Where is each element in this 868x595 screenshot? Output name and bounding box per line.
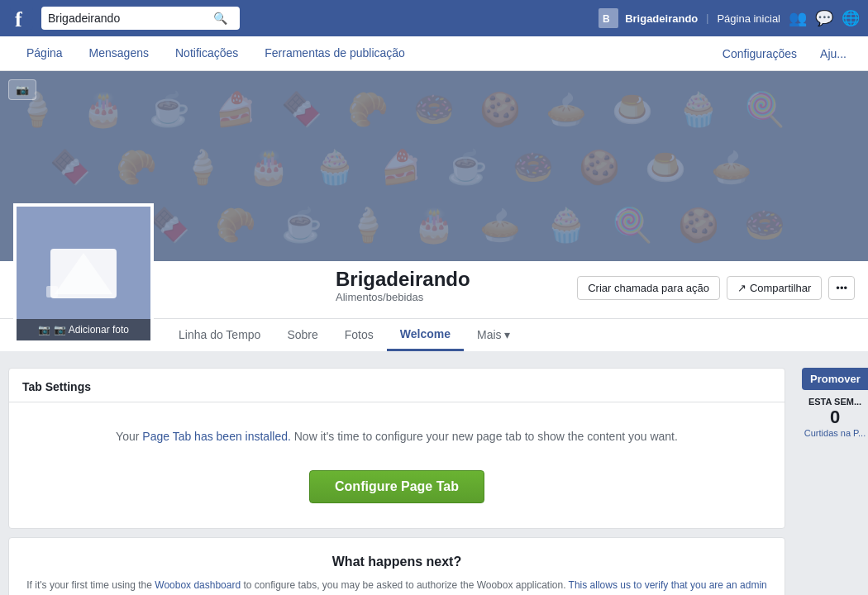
svg-text:🍩: 🍩: [513, 147, 554, 187]
svg-text:🥧: 🥧: [546, 89, 587, 129]
search-icon[interactable]: 🔍: [213, 12, 227, 25]
nav-item-messages[interactable]: Mensagens: [76, 36, 162, 71]
svg-text:🍮: 🍮: [645, 147, 686, 187]
svg-text:☕: ☕: [446, 147, 488, 187]
promote-button[interactable]: Promover: [802, 368, 868, 390]
what-happens-title: What happens next?: [26, 555, 768, 569]
page-category: Alimentos/bebidas: [336, 291, 577, 303]
tab-about[interactable]: Sobre: [274, 320, 331, 351]
messages-icon[interactable]: 💬: [815, 9, 833, 27]
what-happens-prefix: If it's your first time using the: [26, 579, 155, 591]
add-photo-overlay: 📷 📷 Adicionar foto: [17, 319, 150, 340]
install-message-link: Page Tab has been installed.: [142, 430, 291, 443]
nav-item-notifications[interactable]: Notificações: [162, 36, 251, 71]
nav-page-name: Brigadeirando: [625, 12, 698, 25]
svg-text:🍦: 🍦: [182, 147, 223, 187]
svg-text:🎂: 🎂: [248, 147, 289, 187]
svg-text:🍪: 🍪: [579, 147, 620, 187]
search-input[interactable]: [48, 12, 213, 25]
nav-home-link[interactable]: Página inicial: [717, 12, 780, 25]
svg-text:🍫: 🍫: [50, 147, 91, 187]
add-photo-label: 📷 Adicionar foto: [54, 324, 129, 336]
tab-settings-header: Tab Settings: [9, 369, 785, 402]
svg-text:🎂: 🎂: [413, 205, 455, 245]
svg-text:🍰: 🍰: [215, 89, 256, 129]
svg-text:🥐: 🥐: [116, 147, 157, 187]
curtidas-label: Curtidas na P...: [802, 428, 868, 438]
svg-text:🧁: 🧁: [546, 205, 587, 245]
configure-page-tab-button[interactable]: Configure Page Tab: [309, 470, 484, 503]
what-happens-mid: to configure tabs, you may be asked to a…: [241, 579, 568, 591]
svg-rect-41: [46, 286, 58, 298]
nav-page-info: B Brigadeirando: [599, 8, 698, 28]
page-name: Brigadeirando: [336, 268, 577, 291]
svg-text:🧁: 🧁: [314, 147, 355, 187]
facebook-logo: f: [8, 5, 35, 31]
tab-more[interactable]: Mais ▾: [464, 320, 523, 351]
svg-text:🍰: 🍰: [380, 147, 422, 187]
friends-icon[interactable]: 👥: [789, 9, 807, 27]
page-actions: Criar chamada para ação ↗ Compartilhar •…: [577, 276, 855, 310]
svg-text:🍮: 🍮: [612, 89, 653, 129]
svg-text:☕: ☕: [281, 205, 322, 245]
svg-text:f: f: [15, 7, 22, 30]
svg-text:🍫: 🍫: [281, 89, 322, 129]
svg-text:☕: ☕: [149, 89, 190, 129]
svg-text:🍫: 🍫: [149, 205, 190, 245]
what-happens-text: If it's your first time using the Woobox…: [26, 578, 768, 595]
svg-text:🥧: 🥧: [479, 205, 521, 245]
right-sidebar: Promover ESTA SEM... 0 Curtidas na P...: [794, 368, 868, 595]
more-button[interactable]: •••: [828, 276, 855, 300]
svg-text:🧁: 🧁: [678, 89, 719, 129]
camera-icon: 📷: [16, 83, 29, 96]
page-nav-right: Configurações Aju...: [714, 37, 855, 70]
install-message-prefix: Your: [116, 430, 142, 443]
woobox-dashboard-link[interactable]: Woobox dashboard: [155, 579, 241, 591]
tab-settings-body: Your Page Tab has been installed. Now it…: [9, 402, 785, 528]
main-layout: Tab Settings Your Page Tab has been inst…: [0, 359, 868, 595]
tab-timeline[interactable]: Linha do Tempo: [165, 320, 274, 351]
top-navigation: f 🔍 B Brigadeirando | Página inicial 👥 💬…: [0, 0, 868, 36]
cover-camera-button[interactable]: 📷: [8, 79, 36, 100]
svg-text:🍩: 🍩: [413, 89, 455, 129]
page-cover-wrapper: 🍦 🎂 ☕ 🍰 🍫 🥐 🍩 🍪 🥧 🍮 🧁 🍭 🍫 🥐 🍦 🎂 🧁 🍰 ☕: [0, 71, 868, 351]
nav-item-page[interactable]: Página: [13, 36, 76, 71]
profile-row: 📷 📷 Adicionar foto Brigadeirando Aliment…: [0, 261, 868, 318]
page-info-actions: Brigadeirando Alimentos/bebidas Criar ch…: [170, 261, 855, 318]
tab-welcome[interactable]: Welcome: [387, 319, 464, 351]
esta-semana-label: ESTA SEM...: [802, 397, 868, 407]
svg-text:🍪: 🍪: [479, 89, 521, 129]
page-info-section: Brigadeirando Alimentos/bebidas: [336, 261, 577, 310]
nav-divider: |: [706, 12, 708, 24]
nav-item-help[interactable]: Aju...: [812, 37, 855, 70]
tab-settings-card: Tab Settings Your Page Tab has been inst…: [8, 368, 785, 529]
install-message-suffix: Now it's time to configure your new page…: [291, 430, 678, 443]
globe-icon[interactable]: 🌐: [842, 9, 860, 27]
top-nav-right: B Brigadeirando | Página inicial 👥 💬 🌐: [599, 8, 860, 28]
main-content: Tab Settings Your Page Tab has been inst…: [0, 368, 794, 595]
share-icon: ↗: [737, 282, 746, 294]
page-sub-nav: Página Mensagens Notificações Ferramenta…: [0, 36, 868, 71]
install-message: Your Page Tab has been installed. Now it…: [26, 427, 768, 445]
profile-picture[interactable]: 📷 📷 Adicionar foto: [13, 203, 154, 344]
nav-item-settings[interactable]: Configurações: [714, 37, 805, 70]
svg-text:🎂: 🎂: [83, 89, 124, 129]
svg-text:🍦: 🍦: [347, 205, 389, 245]
search-bar: 🔍: [41, 7, 240, 30]
svg-text:🥐: 🥐: [347, 89, 389, 129]
curtidas-count: 0: [802, 407, 868, 428]
page-nav-items: Página Mensagens Notificações Ferramenta…: [13, 36, 418, 71]
add-photo-camera-icon: 📷: [38, 324, 50, 336]
svg-text:🍩: 🍩: [744, 205, 785, 245]
svg-text:B: B: [603, 13, 610, 25]
tab-photos[interactable]: Fotos: [331, 320, 387, 351]
svg-text:🍭: 🍭: [744, 89, 785, 129]
svg-text:🍪: 🍪: [678, 205, 719, 245]
share-button[interactable]: ↗ Compartilhar: [727, 276, 822, 300]
svg-text:🥧: 🥧: [711, 147, 752, 187]
nav-item-publishing[interactable]: Ferramentas de publicação: [251, 36, 418, 71]
create-cta-button[interactable]: Criar chamada para ação: [577, 276, 720, 300]
svg-text:🍭: 🍭: [612, 205, 653, 245]
what-happens-card: What happens next? If it's your first ti…: [8, 537, 785, 595]
nav-page-icon: B: [599, 8, 618, 28]
